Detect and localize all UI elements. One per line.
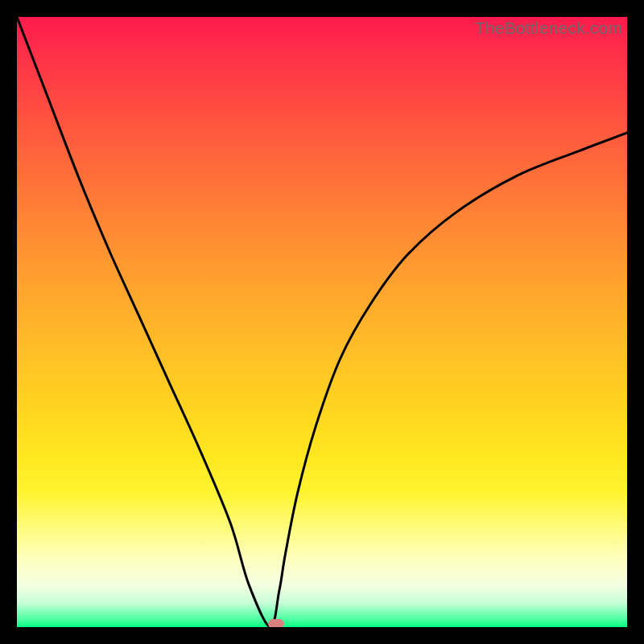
optimal-point-marker	[268, 619, 284, 627]
chart-plot-area: TheBottleneck.com	[17, 17, 627, 627]
bottleneck-curve	[17, 17, 627, 627]
